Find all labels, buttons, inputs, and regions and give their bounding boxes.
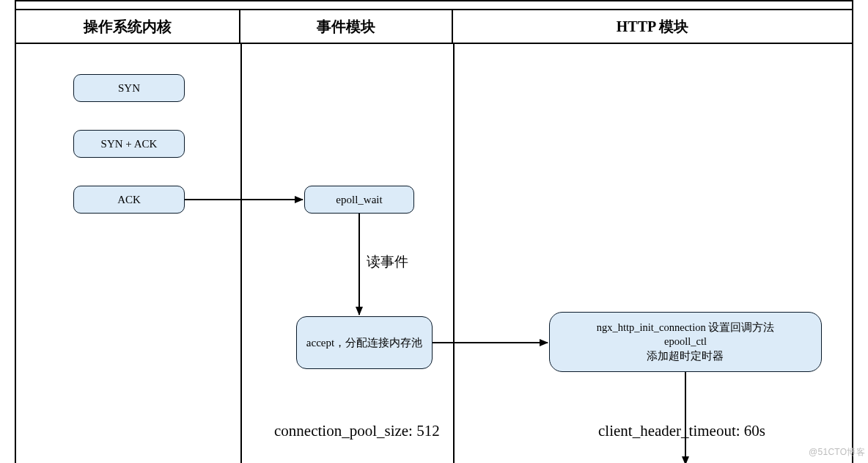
diagram-frame: 操作系统内核 事件模块 HTTP 模块 SYN SYN + ACK ACK ep… — [15, 0, 853, 463]
node-epoll-wait: epoll_wait — [304, 186, 414, 214]
header-http-module: HTTP 模块 — [453, 10, 852, 43]
header-os-kernel: 操作系统内核 — [16, 10, 240, 43]
column-divider-1 — [240, 44, 242, 463]
column-divider-2 — [453, 44, 455, 463]
arrows-layer — [16, 1, 855, 463]
caption-client-header-timeout: client_header_timeout: 60s — [598, 422, 765, 440]
node-syn: SYN — [73, 74, 185, 102]
node-syn-ack: SYN + ACK — [73, 130, 185, 158]
node-accept: accept，分配连接内存池 — [296, 316, 433, 369]
watermark: @51CTO博客 — [809, 446, 865, 459]
node-ack: ACK — [73, 186, 185, 214]
caption-connection-pool: connection_pool_size: 512 — [274, 422, 440, 440]
edge-label-read-event: 读事件 — [367, 252, 408, 271]
header-row: 操作系统内核 事件模块 HTTP 模块 — [16, 9, 852, 44]
header-event-module: 事件模块 — [240, 10, 453, 43]
node-http-init: ngx_http_init_connection 设置回调方法 epooll_c… — [549, 312, 822, 372]
